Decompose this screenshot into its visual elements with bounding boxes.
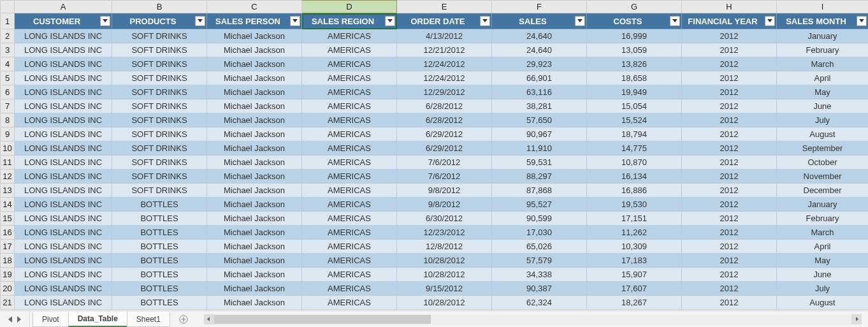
cell-financial_year[interactable]: 2012: [682, 198, 777, 212]
row-number[interactable]: 4: [1, 57, 15, 71]
scroll-left-arrow[interactable]: [204, 314, 214, 324]
cell-sales_region[interactable]: AMERICAS: [302, 29, 397, 43]
column-letter-d[interactable]: D: [302, 1, 397, 13]
cell-sales_person[interactable]: Michael Jackson: [207, 254, 302, 268]
header-sales_person[interactable]: SALES PERSON: [207, 13, 302, 29]
cell-sales_region[interactable]: AMERICAS: [302, 99, 397, 113]
cell-financial_year[interactable]: 2012: [682, 226, 777, 240]
filter-dropdown-button[interactable]: [575, 16, 585, 26]
cell-costs[interactable]: 16,134: [587, 170, 682, 184]
cell-costs[interactable]: 15,054: [587, 99, 682, 113]
cell-financial_year[interactable]: 2012: [682, 254, 777, 268]
column-letter-c[interactable]: C: [207, 1, 302, 13]
cell-sales_region[interactable]: AMERICAS: [302, 198, 397, 212]
cell-costs[interactable]: 18,658: [587, 71, 682, 85]
column-letter-b[interactable]: B: [112, 1, 207, 13]
cell-sales_month[interactable]: July: [777, 282, 869, 296]
scroll-right-arrow[interactable]: [851, 314, 862, 324]
cell-products[interactable]: BOTTLES: [112, 254, 207, 268]
cell-sales[interactable]: 90,387: [492, 282, 587, 296]
cell-sales_month[interactable]: May: [777, 254, 869, 268]
cell-order_date[interactable]: 6/30/2012: [397, 212, 492, 226]
cell-financial_year[interactable]: 2012: [682, 184, 777, 198]
cell-sales_region[interactable]: AMERICAS: [302, 296, 397, 310]
cell-financial_year[interactable]: 2012: [682, 43, 777, 57]
cell-customer[interactable]: LONG ISLANDS INC: [15, 282, 112, 296]
cell-order_date[interactable]: 12/21/2012: [397, 43, 492, 57]
cell-sales_region[interactable]: AMERICAS: [302, 127, 397, 142]
row-number[interactable]: 17: [1, 240, 15, 254]
filter-dropdown-button[interactable]: [857, 16, 867, 26]
cell-order_date[interactable]: 10/28/2012: [397, 296, 492, 310]
cell-products[interactable]: SOFT DRINKS: [112, 71, 207, 85]
cell-products[interactable]: SOFT DRINKS: [112, 29, 207, 43]
cell-financial_year[interactable]: 2012: [682, 142, 777, 156]
cell-customer[interactable]: LONG ISLANDS INC: [15, 57, 112, 71]
cell-sales_month[interactable]: December: [777, 184, 869, 198]
cell-sales_month[interactable]: April: [777, 240, 869, 254]
cell-sales_person[interactable]: Michael Jackson: [207, 282, 302, 296]
cell-sales_person[interactable]: Michael Jackson: [207, 198, 302, 212]
cell-products[interactable]: SOFT DRINKS: [112, 170, 207, 184]
cell-customer[interactable]: LONG ISLANDS INC: [15, 296, 112, 310]
cell-costs[interactable]: 17,183: [587, 254, 682, 268]
cell-customer[interactable]: LONG ISLANDS INC: [15, 184, 112, 198]
cell-order_date[interactable]: 6/29/2012: [397, 127, 492, 142]
filter-dropdown-button[interactable]: [670, 16, 680, 26]
row-number[interactable]: 6: [1, 85, 15, 99]
cell-sales_region[interactable]: AMERICAS: [302, 254, 397, 268]
row-number[interactable]: 9: [1, 127, 15, 142]
cell-costs[interactable]: 15,907: [587, 268, 682, 282]
row-number[interactable]: 3: [1, 43, 15, 57]
header-order_date[interactable]: ORDER DATE: [397, 13, 492, 29]
cell-sales[interactable]: 24,640: [492, 43, 587, 57]
cell-order_date[interactable]: 9/8/2012: [397, 198, 492, 212]
cell-financial_year[interactable]: 2012: [682, 71, 777, 85]
row-number[interactable]: 2: [1, 29, 15, 43]
cell-sales_month[interactable]: February: [777, 43, 869, 57]
cell-sales_month[interactable]: August: [777, 127, 869, 142]
row-number[interactable]: 8: [1, 113, 15, 127]
cell-products[interactable]: BOTTLES: [112, 296, 207, 310]
cell-sales_month[interactable]: June: [777, 268, 869, 282]
cell-financial_year[interactable]: 2012: [682, 113, 777, 127]
cell-costs[interactable]: 16,886: [587, 184, 682, 198]
cell-costs[interactable]: 16,999: [587, 29, 682, 43]
cell-products[interactable]: BOTTLES: [112, 282, 207, 296]
cell-order_date[interactable]: 9/8/2012: [397, 184, 492, 198]
cell-sales_person[interactable]: Michael Jackson: [207, 85, 302, 99]
cell-sales[interactable]: 38,281: [492, 99, 587, 113]
row-number[interactable]: 13: [1, 184, 15, 198]
header-sales[interactable]: SALES: [492, 13, 587, 29]
cell-products[interactable]: SOFT DRINKS: [112, 113, 207, 127]
sheet-tab-sheet1[interactable]: Sheet1: [127, 312, 170, 327]
cell-sales_person[interactable]: Michael Jackson: [207, 71, 302, 85]
cell-customer[interactable]: LONG ISLANDS INC: [15, 99, 112, 113]
cell-order_date[interactable]: 12/29/2012: [397, 85, 492, 99]
cell-sales_person[interactable]: Michael Jackson: [207, 99, 302, 113]
cell-costs[interactable]: 14,775: [587, 142, 682, 156]
cell-sales_person[interactable]: Michael Jackson: [207, 113, 302, 127]
cell-sales_person[interactable]: Michael Jackson: [207, 142, 302, 156]
cell-sales_person[interactable]: Michael Jackson: [207, 156, 302, 170]
cell-sales[interactable]: 88,297: [492, 170, 587, 184]
cell-products[interactable]: BOTTLES: [112, 226, 207, 240]
row-number[interactable]: 14: [1, 198, 15, 212]
row-number[interactable]: 12: [1, 170, 15, 184]
filter-dropdown-button[interactable]: [290, 16, 300, 26]
cell-sales_person[interactable]: Michael Jackson: [207, 170, 302, 184]
row-number[interactable]: 20: [1, 282, 15, 296]
cell-products[interactable]: SOFT DRINKS: [112, 99, 207, 113]
cell-order_date[interactable]: 12/24/2012: [397, 57, 492, 71]
cell-order_date[interactable]: 4/13/2012: [397, 29, 492, 43]
cell-products[interactable]: BOTTLES: [112, 198, 207, 212]
cell-sales[interactable]: 17,030: [492, 226, 587, 240]
cell-sales_month[interactable]: November: [777, 170, 869, 184]
cell-products[interactable]: BOTTLES: [112, 212, 207, 226]
cell-financial_year[interactable]: 2012: [682, 29, 777, 43]
cell-sales_region[interactable]: AMERICAS: [302, 85, 397, 99]
cell-customer[interactable]: LONG ISLANDS INC: [15, 170, 112, 184]
cell-sales_region[interactable]: AMERICAS: [302, 240, 397, 254]
cell-sales_region[interactable]: AMERICAS: [302, 142, 397, 156]
cell-costs[interactable]: 15,524: [587, 113, 682, 127]
